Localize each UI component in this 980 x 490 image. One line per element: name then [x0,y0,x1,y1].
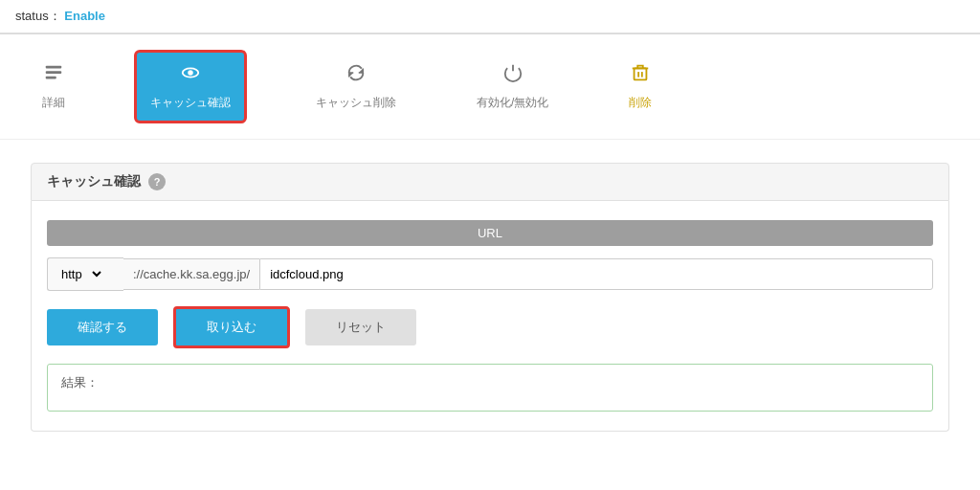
help-icon[interactable]: ? [148,173,166,190]
status-value: Enable [64,9,105,23]
toolbar-label-delete: 削除 [629,95,652,111]
status-bar: status： Enable [0,0,980,33]
svg-rect-2 [46,77,56,79]
section-title: キャッシュ確認 [47,173,141,190]
result-box: 結果： [47,364,933,412]
url-suffix-input[interactable] [259,258,933,290]
toolbar-item-delete[interactable]: 削除 [617,55,663,119]
power-icon [502,62,523,89]
url-input-row: http https ://cache.kk.sa.egg.jp/ [47,257,933,291]
toolbar-label-toggle: 有効化/無効化 [477,95,548,111]
content-area: キャッシュ確認 ? URL http https ://cache.kk.sa.… [0,140,980,455]
status-label: status： [15,9,61,23]
toolbar-label-cache-delete: キャッシュ削除 [316,95,396,111]
toolbar-item-detail[interactable]: 詳細 [31,55,77,119]
confirm-button[interactable]: 確認する [47,309,158,345]
toolbar-item-cache-check[interactable]: キャッシュ確認 [134,50,247,123]
detail-icon [43,62,64,89]
svg-rect-1 [46,71,62,74]
url-prefix: ://cache.kk.sa.egg.jp/ [123,258,259,290]
toolbar-item-toggle[interactable]: 有効化/無効化 [465,55,560,119]
url-header: URL [47,220,933,246]
toolbar-label-detail: 詳細 [42,95,65,111]
section-header: キャッシュ確認 ? [31,163,949,201]
protocol-selector[interactable]: http https [47,257,123,291]
svg-rect-5 [635,68,647,79]
trash-icon [630,62,651,89]
result-label: 結果： [61,375,99,390]
eye-icon [180,62,201,89]
button-row: 確認する 取り込む リセット [47,306,933,348]
import-button[interactable]: 取り込む [173,306,290,348]
refresh-icon [345,62,367,89]
protocol-select-input[interactable]: http https [57,266,104,282]
toolbar: 詳細 キャッシュ確認 キャッシュ削除 有効化/ [0,34,980,140]
section-body: URL http https ://cache.kk.sa.egg.jp/ 確認… [31,201,949,432]
reset-button[interactable]: リセット [305,309,416,345]
toolbar-item-cache-delete[interactable]: キャッシュ削除 [304,55,408,119]
toolbar-label-cache-check: キャッシュ確認 [150,95,231,111]
svg-rect-0 [46,66,62,69]
svg-point-4 [188,70,193,76]
